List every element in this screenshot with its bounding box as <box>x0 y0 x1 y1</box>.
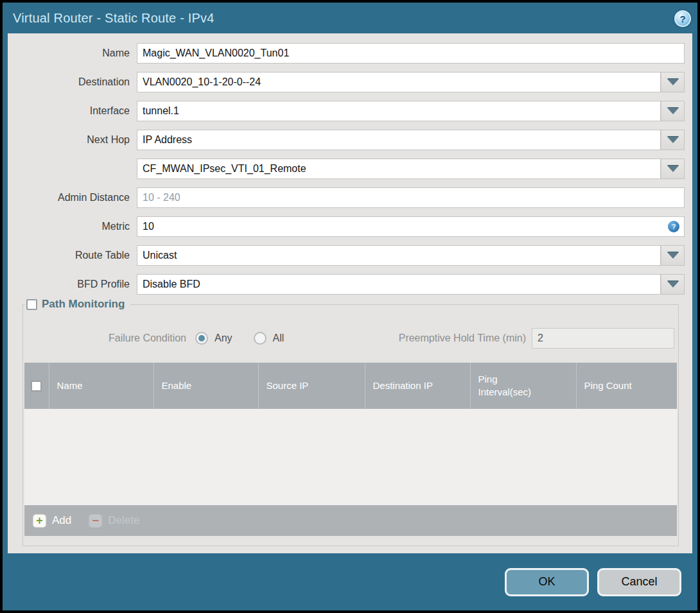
destination-label: Destination <box>12 76 137 88</box>
column-header-source-ip[interactable]: Source IP <box>258 363 365 409</box>
table-empty-body <box>24 409 677 505</box>
delete-button-label: Delete <box>108 514 139 527</box>
cancel-button[interactable]: Cancel <box>597 568 681 596</box>
chevron-down-icon <box>667 79 679 85</box>
column-header-ping-interval[interactable]: Ping Interval(sec) <box>470 363 576 409</box>
failure-condition-label: Failure Condition <box>24 332 195 344</box>
form-row-interface: Interface <box>12 101 685 121</box>
failure-condition-all-option[interactable]: All <box>254 332 284 345</box>
failure-condition-all-radio[interactable] <box>254 332 267 345</box>
delete-button[interactable]: − Delete <box>89 514 139 528</box>
preemptive-hold-time-label: Preemptive Hold Time (min) <box>399 332 532 344</box>
form-row-next-hop-address <box>12 159 685 179</box>
path-monitoring-legend: Path Monitoring <box>25 298 130 311</box>
form-row-next-hop: Next Hop <box>12 130 685 150</box>
path-monitoring-section: Path Monitoring Failure Condition Any Al… <box>22 304 679 546</box>
add-button[interactable]: + Add <box>33 514 71 528</box>
metric-input[interactable] <box>137 216 685 237</box>
delete-icon: − <box>89 514 102 528</box>
next-hop-type-input[interactable] <box>137 130 661 150</box>
failure-condition-all-label: All <box>273 332 284 344</box>
dialog-content: Name Destination Interface Next Hop <box>8 33 692 553</box>
interface-dropdown-button[interactable] <box>661 101 685 121</box>
column-header-ping-count[interactable]: Ping Count <box>576 363 677 409</box>
name-input[interactable] <box>137 43 685 64</box>
static-route-dialog: Virtual Router - Static Route - IPv4 ? N… <box>3 3 697 610</box>
bfd-profile-label: BFD Profile <box>12 279 137 290</box>
path-monitoring-controls: Failure Condition Any All Preemptive Hol… <box>24 328 677 349</box>
form-row-metric: Metric ? <box>12 216 685 237</box>
next-hop-label: Next Hop <box>12 134 137 146</box>
preemptive-hold-time-input[interactable] <box>532 328 674 349</box>
form-row-name: Name <box>12 43 685 64</box>
table-toolbar: + Add − Delete <box>24 505 677 536</box>
bfd-profile-dropdown-button[interactable] <box>661 274 685 295</box>
chevron-down-icon <box>667 166 679 172</box>
add-button-label: Add <box>52 514 71 527</box>
form-row-admin-distance: Admin Distance <box>12 187 685 208</box>
admin-distance-input[interactable] <box>137 187 685 208</box>
form-row-destination: Destination <box>12 72 685 92</box>
column-header-enable[interactable]: Enable <box>153 363 258 409</box>
select-all-checkbox[interactable] <box>31 381 42 392</box>
destination-input[interactable] <box>137 72 661 92</box>
titlebar: Virtual Router - Static Route - IPv4 ? <box>3 3 697 33</box>
next-hop-type-dropdown-button[interactable] <box>661 130 685 150</box>
admin-distance-label: Admin Distance <box>12 192 137 203</box>
metric-label: Metric <box>12 221 137 232</box>
table-header-row: Name Enable Source IP Destination IP Pin… <box>24 363 677 409</box>
ok-button[interactable]: OK <box>505 568 589 596</box>
path-monitoring-title: Path Monitoring <box>42 298 125 311</box>
route-table-dropdown-button[interactable] <box>661 245 685 266</box>
help-icon[interactable]: ? <box>674 10 691 27</box>
add-icon: + <box>33 514 46 528</box>
chevron-down-icon <box>667 252 679 259</box>
dialog-title: Virtual Router - Static Route - IPv4 <box>13 11 214 26</box>
chevron-down-icon <box>667 108 679 114</box>
chevron-down-icon <box>667 281 679 288</box>
failure-condition-any-radio[interactable] <box>195 332 208 345</box>
select-all-header-cell <box>24 363 49 409</box>
name-label: Name <box>12 47 137 59</box>
metric-help-icon[interactable]: ? <box>668 221 679 232</box>
route-table-input[interactable] <box>137 245 661 266</box>
chevron-down-icon <box>667 137 679 143</box>
next-hop-address-input[interactable] <box>137 159 661 179</box>
interface-label: Interface <box>12 105 137 117</box>
path-monitoring-checkbox[interactable] <box>26 299 37 310</box>
next-hop-address-dropdown-button[interactable] <box>661 159 685 179</box>
form-row-bfd-profile: BFD Profile <box>12 274 685 295</box>
dialog-footer: OK Cancel <box>3 553 697 610</box>
form-row-route-table: Route Table <box>12 245 685 266</box>
destination-dropdown-button[interactable] <box>661 72 685 92</box>
interface-input[interactable] <box>137 101 661 121</box>
column-header-name[interactable]: Name <box>49 363 153 409</box>
route-table-label: Route Table <box>12 250 137 261</box>
bfd-profile-input[interactable] <box>137 274 661 295</box>
failure-condition-any-label: Any <box>214 332 232 344</box>
column-header-destination-ip[interactable]: Destination IP <box>365 363 470 409</box>
failure-condition-any-option[interactable]: Any <box>195 332 232 345</box>
path-monitoring-table: Name Enable Source IP Destination IP Pin… <box>24 363 677 505</box>
